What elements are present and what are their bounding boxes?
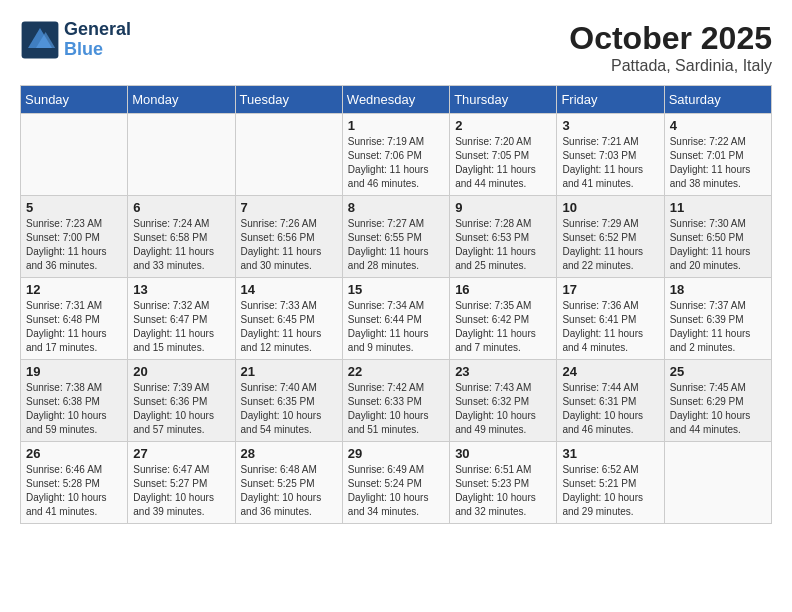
day-number: 6: [133, 200, 229, 215]
day-cell: 27Sunrise: 6:47 AM Sunset: 5:27 PM Dayli…: [128, 442, 235, 524]
day-number: 21: [241, 364, 337, 379]
day-cell: 14Sunrise: 7:33 AM Sunset: 6:45 PM Dayli…: [235, 278, 342, 360]
day-number: 4: [670, 118, 766, 133]
week-row-4: 19Sunrise: 7:38 AM Sunset: 6:38 PM Dayli…: [21, 360, 772, 442]
day-info: Sunrise: 7:29 AM Sunset: 6:52 PM Dayligh…: [562, 217, 658, 273]
day-cell: [235, 114, 342, 196]
day-info: Sunrise: 7:26 AM Sunset: 6:56 PM Dayligh…: [241, 217, 337, 273]
day-cell: [128, 114, 235, 196]
day-cell: 9Sunrise: 7:28 AM Sunset: 6:53 PM Daylig…: [450, 196, 557, 278]
day-info: Sunrise: 7:37 AM Sunset: 6:39 PM Dayligh…: [670, 299, 766, 355]
day-info: Sunrise: 7:42 AM Sunset: 6:33 PM Dayligh…: [348, 381, 444, 437]
day-number: 26: [26, 446, 122, 461]
weekday-header-monday: Monday: [128, 86, 235, 114]
day-number: 25: [670, 364, 766, 379]
day-info: Sunrise: 7:36 AM Sunset: 6:41 PM Dayligh…: [562, 299, 658, 355]
day-number: 12: [26, 282, 122, 297]
day-number: 13: [133, 282, 229, 297]
day-cell: 7Sunrise: 7:26 AM Sunset: 6:56 PM Daylig…: [235, 196, 342, 278]
weekday-header-row: SundayMondayTuesdayWednesdayThursdayFrid…: [21, 86, 772, 114]
location: Pattada, Sardinia, Italy: [569, 57, 772, 75]
week-row-5: 26Sunrise: 6:46 AM Sunset: 5:28 PM Dayli…: [21, 442, 772, 524]
day-info: Sunrise: 7:19 AM Sunset: 7:06 PM Dayligh…: [348, 135, 444, 191]
day-info: Sunrise: 7:28 AM Sunset: 6:53 PM Dayligh…: [455, 217, 551, 273]
day-cell: 16Sunrise: 7:35 AM Sunset: 6:42 PM Dayli…: [450, 278, 557, 360]
day-cell: 1Sunrise: 7:19 AM Sunset: 7:06 PM Daylig…: [342, 114, 449, 196]
day-number: 20: [133, 364, 229, 379]
day-number: 29: [348, 446, 444, 461]
day-info: Sunrise: 7:35 AM Sunset: 6:42 PM Dayligh…: [455, 299, 551, 355]
day-info: Sunrise: 6:52 AM Sunset: 5:21 PM Dayligh…: [562, 463, 658, 519]
day-number: 16: [455, 282, 551, 297]
week-row-2: 5Sunrise: 7:23 AM Sunset: 7:00 PM Daylig…: [21, 196, 772, 278]
day-info: Sunrise: 6:49 AM Sunset: 5:24 PM Dayligh…: [348, 463, 444, 519]
day-number: 24: [562, 364, 658, 379]
day-info: Sunrise: 7:39 AM Sunset: 6:36 PM Dayligh…: [133, 381, 229, 437]
day-info: Sunrise: 7:31 AM Sunset: 6:48 PM Dayligh…: [26, 299, 122, 355]
day-cell: 28Sunrise: 6:48 AM Sunset: 5:25 PM Dayli…: [235, 442, 342, 524]
day-cell: 12Sunrise: 7:31 AM Sunset: 6:48 PM Dayli…: [21, 278, 128, 360]
day-info: Sunrise: 7:20 AM Sunset: 7:05 PM Dayligh…: [455, 135, 551, 191]
day-info: Sunrise: 7:43 AM Sunset: 6:32 PM Dayligh…: [455, 381, 551, 437]
weekday-header-sunday: Sunday: [21, 86, 128, 114]
day-number: 17: [562, 282, 658, 297]
day-number: 5: [26, 200, 122, 215]
day-info: Sunrise: 7:34 AM Sunset: 6:44 PM Dayligh…: [348, 299, 444, 355]
day-info: Sunrise: 7:23 AM Sunset: 7:00 PM Dayligh…: [26, 217, 122, 273]
day-cell: 25Sunrise: 7:45 AM Sunset: 6:29 PM Dayli…: [664, 360, 771, 442]
day-number: 23: [455, 364, 551, 379]
day-info: Sunrise: 7:24 AM Sunset: 6:58 PM Dayligh…: [133, 217, 229, 273]
day-cell: 15Sunrise: 7:34 AM Sunset: 6:44 PM Dayli…: [342, 278, 449, 360]
weekday-header-tuesday: Tuesday: [235, 86, 342, 114]
day-cell: 5Sunrise: 7:23 AM Sunset: 7:00 PM Daylig…: [21, 196, 128, 278]
day-info: Sunrise: 6:51 AM Sunset: 5:23 PM Dayligh…: [455, 463, 551, 519]
title-block: October 2025 Pattada, Sardinia, Italy: [569, 20, 772, 75]
day-cell: 31Sunrise: 6:52 AM Sunset: 5:21 PM Dayli…: [557, 442, 664, 524]
day-number: 28: [241, 446, 337, 461]
day-cell: 21Sunrise: 7:40 AM Sunset: 6:35 PM Dayli…: [235, 360, 342, 442]
day-info: Sunrise: 7:45 AM Sunset: 6:29 PM Dayligh…: [670, 381, 766, 437]
weekday-header-friday: Friday: [557, 86, 664, 114]
day-cell: 4Sunrise: 7:22 AM Sunset: 7:01 PM Daylig…: [664, 114, 771, 196]
day-number: 18: [670, 282, 766, 297]
calendar-table: SundayMondayTuesdayWednesdayThursdayFrid…: [20, 85, 772, 524]
day-cell: 10Sunrise: 7:29 AM Sunset: 6:52 PM Dayli…: [557, 196, 664, 278]
day-cell: 17Sunrise: 7:36 AM Sunset: 6:41 PM Dayli…: [557, 278, 664, 360]
page-header: General Blue October 2025 Pattada, Sardi…: [20, 20, 772, 75]
day-info: Sunrise: 6:47 AM Sunset: 5:27 PM Dayligh…: [133, 463, 229, 519]
weekday-header-thursday: Thursday: [450, 86, 557, 114]
day-cell: 11Sunrise: 7:30 AM Sunset: 6:50 PM Dayli…: [664, 196, 771, 278]
day-cell: 19Sunrise: 7:38 AM Sunset: 6:38 PM Dayli…: [21, 360, 128, 442]
day-info: Sunrise: 7:32 AM Sunset: 6:47 PM Dayligh…: [133, 299, 229, 355]
day-cell: 26Sunrise: 6:46 AM Sunset: 5:28 PM Dayli…: [21, 442, 128, 524]
day-number: 14: [241, 282, 337, 297]
day-number: 1: [348, 118, 444, 133]
day-number: 2: [455, 118, 551, 133]
day-cell: 24Sunrise: 7:44 AM Sunset: 6:31 PM Dayli…: [557, 360, 664, 442]
day-info: Sunrise: 7:40 AM Sunset: 6:35 PM Dayligh…: [241, 381, 337, 437]
day-cell: 3Sunrise: 7:21 AM Sunset: 7:03 PM Daylig…: [557, 114, 664, 196]
day-cell: [21, 114, 128, 196]
day-info: Sunrise: 7:44 AM Sunset: 6:31 PM Dayligh…: [562, 381, 658, 437]
day-info: Sunrise: 6:46 AM Sunset: 5:28 PM Dayligh…: [26, 463, 122, 519]
day-info: Sunrise: 7:38 AM Sunset: 6:38 PM Dayligh…: [26, 381, 122, 437]
day-number: 9: [455, 200, 551, 215]
day-cell: 20Sunrise: 7:39 AM Sunset: 6:36 PM Dayli…: [128, 360, 235, 442]
weekday-header-saturday: Saturday: [664, 86, 771, 114]
logo: General Blue: [20, 20, 131, 60]
day-number: 30: [455, 446, 551, 461]
day-info: Sunrise: 7:21 AM Sunset: 7:03 PM Dayligh…: [562, 135, 658, 191]
day-info: Sunrise: 7:27 AM Sunset: 6:55 PM Dayligh…: [348, 217, 444, 273]
weekday-header-wednesday: Wednesday: [342, 86, 449, 114]
day-number: 22: [348, 364, 444, 379]
day-cell: 30Sunrise: 6:51 AM Sunset: 5:23 PM Dayli…: [450, 442, 557, 524]
day-cell: [664, 442, 771, 524]
day-cell: 8Sunrise: 7:27 AM Sunset: 6:55 PM Daylig…: [342, 196, 449, 278]
day-number: 27: [133, 446, 229, 461]
day-cell: 23Sunrise: 7:43 AM Sunset: 6:32 PM Dayli…: [450, 360, 557, 442]
logo-icon: [20, 20, 60, 60]
month-title: October 2025: [569, 20, 772, 57]
week-row-3: 12Sunrise: 7:31 AM Sunset: 6:48 PM Dayli…: [21, 278, 772, 360]
day-cell: 18Sunrise: 7:37 AM Sunset: 6:39 PM Dayli…: [664, 278, 771, 360]
day-number: 3: [562, 118, 658, 133]
